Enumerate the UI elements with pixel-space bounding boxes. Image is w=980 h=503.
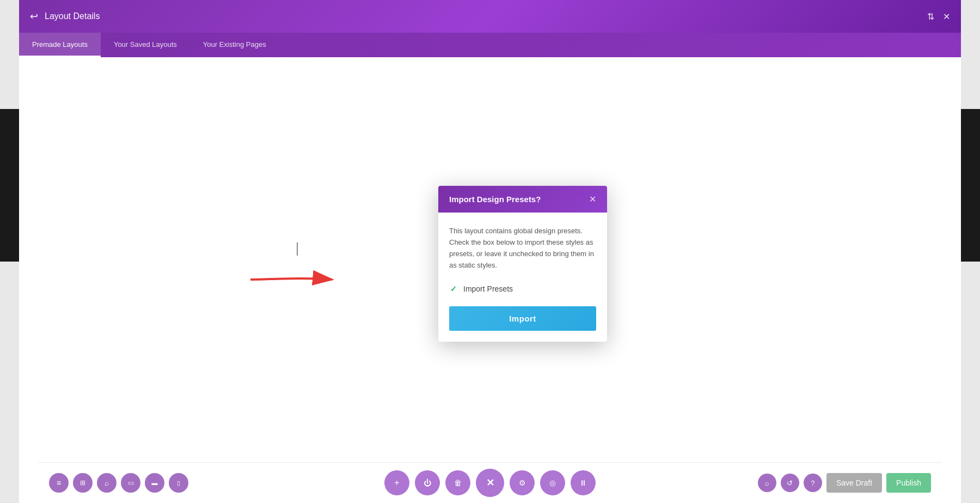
- import-presets-label: Import Presets: [463, 284, 513, 293]
- import-presets-modal: Import Design Presets? ✕ This layout con…: [438, 186, 607, 341]
- modal-overlay: Import Design Presets? ✕ This layout con…: [19, 57, 961, 503]
- annotation-arrow: [248, 269, 346, 293]
- modal-title: Import Design Presets?: [449, 195, 541, 204]
- import-presets-row[interactable]: ✓ Import Presets: [449, 282, 596, 295]
- pin-icon[interactable]: ⇅: [927, 11, 934, 22]
- modal-close-icon[interactable]: ✕: [589, 195, 596, 204]
- import-button[interactable]: Import: [449, 306, 596, 331]
- checkbox-checked-icon[interactable]: ✓: [449, 284, 458, 293]
- side-panel-right: [961, 109, 980, 262]
- layout-details-header: ↩ Layout Details ⇅ ✕: [19, 0, 961, 33]
- header-right: ⇅ ✕: [927, 11, 950, 22]
- layout-details-title: Layout Details: [45, 11, 100, 21]
- tabs-bar: Premade Layouts Your Saved Layouts Your …: [19, 33, 961, 57]
- side-panel-left: [0, 109, 19, 262]
- tab-existing-pages[interactable]: Your Existing Pages: [190, 33, 279, 57]
- close-window-icon[interactable]: ✕: [943, 11, 950, 22]
- main-window: ↩ Layout Details ⇅ ✕ Premade Layouts You…: [19, 0, 961, 503]
- modal-body: This layout contains global design prese…: [438, 213, 607, 341]
- header-left: ↩ Layout Details: [30, 10, 100, 22]
- tab-saved-layouts[interactable]: Your Saved Layouts: [101, 33, 190, 57]
- back-icon[interactable]: ↩: [30, 10, 38, 22]
- editor-area: ↩ Layout Details ⇅ ✕ Premade Layouts You…: [0, 0, 980, 503]
- content-area: Import Design Presets? ✕ This layout con…: [19, 57, 961, 503]
- tab-premade-layouts[interactable]: Premade Layouts: [19, 33, 101, 57]
- modal-header: Import Design Presets? ✕: [438, 186, 607, 213]
- modal-description: This layout contains global design prese…: [449, 226, 596, 271]
